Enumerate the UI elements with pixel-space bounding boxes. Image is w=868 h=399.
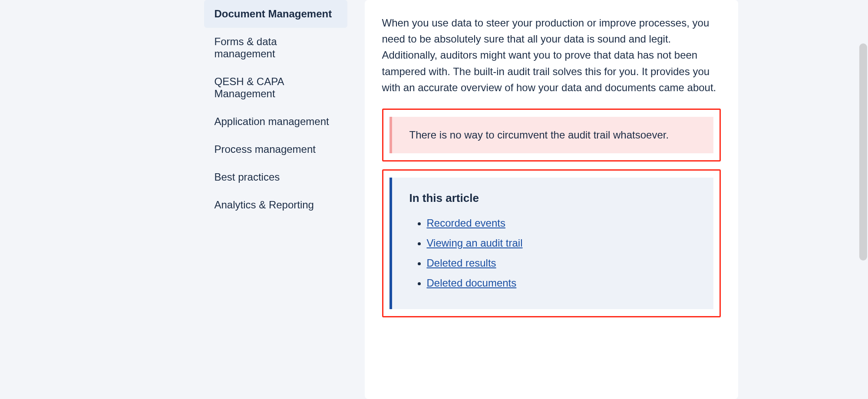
sidebar-item-best-practices[interactable]: Best practices [204, 163, 347, 191]
sidebar-nav: Document Management Forms & data managem… [130, 0, 347, 399]
toc-title: In this article [409, 191, 696, 205]
warning-callout: There is no way to circumvent the audit … [389, 117, 713, 153]
scrollbar[interactable] [859, 43, 867, 261]
toc-item: Deleted documents [427, 277, 696, 289]
toc-link-recorded-events[interactable]: Recorded events [427, 217, 505, 229]
toc-list: Recorded events Viewing an audit trail D… [427, 217, 696, 289]
toc-link-deleted-results[interactable]: Deleted results [427, 257, 496, 269]
sidebar-item-application-management[interactable]: Application management [204, 108, 347, 135]
sidebar-item-qesh-capa-management[interactable]: QESH & CAPA Management [204, 68, 347, 108]
highlight-warning-box: There is no way to circumvent the audit … [382, 109, 721, 162]
toc-link-deleted-documents[interactable]: Deleted documents [427, 277, 517, 289]
toc-link-viewing-audit-trail[interactable]: Viewing an audit trail [427, 237, 523, 249]
sidebar-item-forms-data-management[interactable]: Forms & data management [204, 28, 347, 68]
intro-paragraph: When you use data to steer your producti… [382, 0, 721, 109]
sidebar-item-document-management[interactable]: Document Management [204, 0, 347, 28]
toc-item: Deleted results [427, 257, 696, 269]
toc-callout: In this article Recorded events Viewing … [389, 178, 713, 309]
toc-item: Recorded events [427, 217, 696, 229]
sidebar-item-analytics-reporting[interactable]: Analytics & Reporting [204, 191, 347, 219]
article-main: When you use data to steer your producti… [365, 0, 738, 399]
toc-item: Viewing an audit trail [427, 237, 696, 249]
highlight-toc-box: In this article Recorded events Viewing … [382, 169, 721, 317]
sidebar-item-process-management[interactable]: Process management [204, 135, 347, 163]
